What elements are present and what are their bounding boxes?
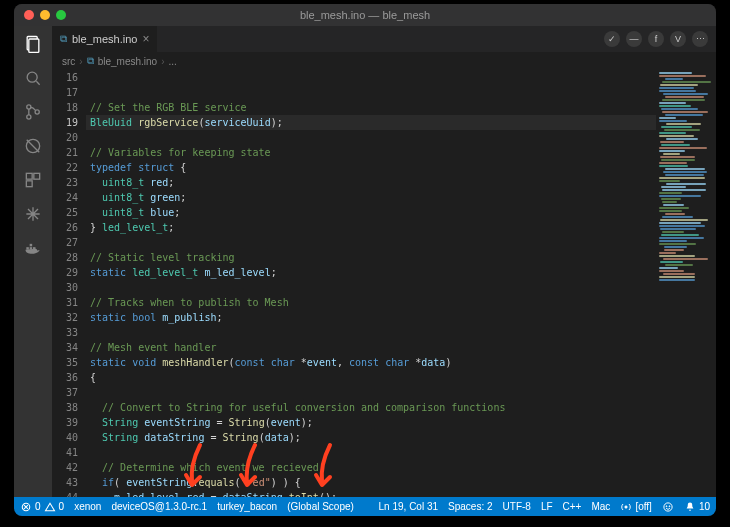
action-f-icon[interactable]: f: [648, 31, 664, 47]
crumb-src[interactable]: src: [62, 56, 75, 67]
action-dash-icon[interactable]: —: [626, 31, 642, 47]
svg-point-18: [669, 505, 670, 506]
bell-icon: [684, 501, 696, 513]
crumb-file[interactable]: ble_mesh.ino: [98, 56, 157, 67]
status-notifications[interactable]: 10: [684, 501, 710, 513]
titlebar: ble_mesh.ino — ble_mesh: [14, 4, 716, 26]
tab-ble-mesh[interactable]: ⧉ ble_mesh.ino ×: [52, 26, 158, 52]
svg-point-5: [35, 110, 39, 114]
explorer-icon[interactable]: [23, 34, 43, 54]
activity-bar: [14, 26, 52, 497]
status-device-name[interactable]: turkey_bacon: [217, 501, 277, 512]
status-indent[interactable]: Spaces: 2: [448, 501, 492, 513]
status-platform[interactable]: Mac: [591, 501, 610, 513]
action-check-icon[interactable]: ✓: [604, 31, 620, 47]
status-cursor[interactable]: Ln 19, Col 31: [379, 501, 439, 513]
svg-point-17: [666, 505, 667, 506]
error-icon: [20, 501, 32, 513]
docker-icon[interactable]: [23, 238, 43, 258]
svg-rect-9: [26, 181, 32, 187]
search-icon[interactable]: [23, 68, 43, 88]
svg-point-3: [27, 105, 31, 109]
action-v-icon[interactable]: V: [670, 31, 686, 47]
status-scope[interactable]: (Global Scope): [287, 501, 354, 512]
status-device[interactable]: xenon: [74, 501, 101, 512]
svg-rect-1: [29, 39, 39, 52]
tab-actions: ✓ — f V ⋯: [604, 26, 716, 52]
editor[interactable]: 1617181920212223242526272829303132333435…: [52, 70, 716, 497]
workbench: ⧉ ble_mesh.ino × ✓ — f V ⋯ src › ⧉ ble_m…: [14, 26, 716, 497]
smiley-icon: [662, 501, 674, 513]
source-control-icon[interactable]: [23, 102, 43, 122]
minimap[interactable]: [656, 70, 716, 497]
code-area[interactable]: // Set the RGB BLE service BleUuid rgbSe…: [86, 70, 656, 497]
svg-rect-8: [34, 173, 40, 179]
debug-icon[interactable]: [23, 136, 43, 156]
warning-icon: [44, 501, 56, 513]
status-feedback[interactable]: [662, 501, 674, 513]
tab-label: ble_mesh.ino: [72, 33, 137, 45]
breadcrumb[interactable]: src › ⧉ ble_mesh.ino › ...: [52, 52, 716, 70]
close-icon[interactable]: ×: [142, 32, 149, 46]
extensions-icon[interactable]: [23, 170, 43, 190]
tab-bar: ⧉ ble_mesh.ino × ✓ — f V ⋯: [52, 26, 716, 52]
editor-window: ble_mesh.ino — ble_mesh ⧉ ble_mesh.ino ×…: [14, 4, 716, 516]
status-deviceos[interactable]: deviceOS@1.3.0-rc.1: [111, 501, 207, 512]
editor-group: ⧉ ble_mesh.ino × ✓ — f V ⋯ src › ⧉ ble_m…: [52, 26, 716, 497]
status-eol[interactable]: LF: [541, 501, 553, 513]
svg-rect-13: [30, 244, 33, 247]
status-language[interactable]: C++: [563, 501, 582, 513]
crumb-more[interactable]: ...: [169, 56, 177, 67]
action-more-icon[interactable]: ⋯: [692, 31, 708, 47]
status-telemetry[interactable]: [off]: [620, 501, 652, 513]
status-problems[interactable]: 0 0: [20, 501, 64, 513]
window-title: ble_mesh.ino — ble_mesh: [14, 9, 716, 21]
line-numbers: 1617181920212223242526272829303132333435…: [52, 70, 86, 497]
svg-rect-10: [26, 247, 29, 250]
broadcast-icon: [620, 501, 632, 513]
svg-rect-7: [26, 173, 32, 179]
svg-point-4: [27, 115, 31, 119]
svg-point-16: [664, 502, 672, 510]
file-icon: ⧉: [60, 33, 67, 45]
status-encoding[interactable]: UTF-8: [503, 501, 531, 513]
file-icon: ⧉: [87, 55, 94, 67]
svg-point-2: [27, 72, 37, 82]
status-bar: 0 0 xenon deviceOS@1.3.0-rc.1 turkey_bac…: [14, 497, 716, 516]
chevron-right-icon: ›: [161, 56, 164, 67]
particle-icon[interactable]: [23, 204, 43, 224]
chevron-right-icon: ›: [79, 56, 82, 67]
svg-point-15: [625, 505, 627, 507]
